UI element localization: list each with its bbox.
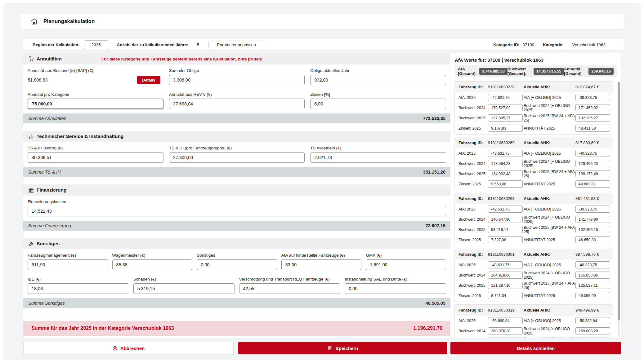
buchwert-2025-input[interactable] <box>488 282 523 289</box>
annutitaet-2025-input[interactable] <box>575 125 610 132</box>
buchwert-2024-obligo-input[interactable] <box>575 327 610 334</box>
obligo-aktuelles-jahr-input[interactable] <box>310 75 446 85</box>
afa-obligo-2025-input[interactable] <box>575 94 610 101</box>
cancel-circle-x-icon <box>112 346 118 351</box>
buchwert-2024-obligo-input[interactable] <box>575 216 610 223</box>
afa-hinterstellte-input[interactable] <box>281 259 362 270</box>
buchwert-2025-input[interactable] <box>488 338 523 338</box>
afa-2025-input[interactable] <box>488 206 523 213</box>
ibe-input[interactable] <box>28 283 129 294</box>
finanzierungskosten-input[interactable] <box>28 206 446 216</box>
buchwert-2025-bw-afa-input[interactable] <box>575 226 610 233</box>
row-label: Buchwert 2024 [+ OBLIGO 2025] <box>524 271 575 280</box>
buchwert-2024-input[interactable] <box>488 216 523 223</box>
annuitaet-pro-kategorie-input[interactable] <box>28 99 163 109</box>
vehicle-card-header: Fahrzeug ID: 918110630301 Aktuelle AHK: … <box>455 249 613 260</box>
afa-obligo-2025-input[interactable] <box>575 261 610 268</box>
afa-2025-input[interactable] <box>488 150 523 157</box>
wrench-icon <box>28 241 34 247</box>
afa-2025-input[interactable] <box>488 94 523 101</box>
category-id-value: 37100 <box>522 42 534 47</box>
afa-2025-input[interactable] <box>488 261 523 268</box>
vehicle-card: Fahrzeug ID: 918110630293 Aktuelle AHK: … <box>454 193 613 246</box>
afa-panel-scrollbar[interactable] <box>618 82 620 336</box>
details-button[interactable]: Details <box>137 76 160 84</box>
home-button[interactable] <box>30 17 38 26</box>
afa-obligo-2025-input[interactable] <box>575 206 610 213</box>
zinsen-2025-input[interactable] <box>488 236 523 243</box>
buchwert-2025-bw-afa-input[interactable] <box>575 114 610 122</box>
field-ts-ih-gruppe: TS & IH (pro Fahrzeuggruppe) (€) <box>169 144 305 163</box>
afa-2025-input[interactable] <box>488 317 523 324</box>
row-label: ANNUTITÄT 2025 <box>524 126 575 131</box>
vehicle-afa-row: AfA: 2025 AfA [+ OBLIGO] 2025 <box>455 260 613 270</box>
vehicle-card: Fahrzeug ID: 918110630269 Aktuelle AHK: … <box>454 137 613 190</box>
buchwert-2025-bw-afa-input[interactable] <box>575 338 610 338</box>
cancel-button[interactable]: Abbrechen <box>23 342 234 354</box>
ts-ih-gruppe-input[interactable] <box>169 152 305 163</box>
sum-label: Summe TS & IH <box>28 170 61 175</box>
wagenmeister-input[interactable] <box>112 259 193 270</box>
ts-ih-norm-input[interactable] <box>28 152 163 163</box>
buchwert-2024-input[interactable] <box>488 160 523 167</box>
annutitaet-2025-input[interactable] <box>575 292 610 299</box>
begin-label: Beginn der Kalkulation: <box>33 42 80 47</box>
field-instandhaltung-sae: Instandhaltung SAE und Dritte (€) <box>345 275 446 294</box>
zinsen-2025-input[interactable] <box>488 180 523 188</box>
ts-allgemein-input[interactable] <box>310 152 446 163</box>
begin-year-input[interactable] <box>84 40 108 49</box>
calculation-panel: Annuitäten Für diese Kategorie und Fahrz… <box>23 53 450 338</box>
field-annuitaet-bestand: Annutität aus Bestand (ø) [SAP] (€) 51.8… <box>28 66 163 85</box>
buchwert-2024-obligo-input[interactable] <box>575 160 610 167</box>
sammler-obligo-input[interactable] <box>169 75 305 85</box>
buchwert-2025-bw-afa-input[interactable] <box>575 282 610 289</box>
zinsen-2025-input[interactable] <box>488 125 523 132</box>
buchwert-total-group: Buchwert [Gesamt]: 14.357.816,55 <box>508 67 564 76</box>
row-label: Buchwert: 2024 <box>458 329 488 333</box>
vehicle-zinsen-row: Zinsen: 2025 ANNUTITÄT 2025 <box>455 235 613 245</box>
annuitaet-rev6-input[interactable] <box>169 99 305 109</box>
vehicle-id-value: 918110630293 <box>488 196 524 201</box>
row-label: ANNUTITÄT 2025 <box>524 182 575 186</box>
field-finanzierungskosten: Finanzierungskosten <box>28 197 446 216</box>
zinsen-2025-input[interactable] <box>488 292 523 299</box>
field-label: AfA auf hinterstellte Fahrzeuge (€) <box>281 253 362 258</box>
vehicle-ahk-value: 887.586,76 € <box>575 252 609 257</box>
vehicle-card-header: Fahrzeug ID: 918110630319 Aktuelle AHK: … <box>455 305 613 316</box>
sonstiges-input[interactable] <box>197 259 277 270</box>
gmk-input[interactable] <box>366 259 446 270</box>
fahrzeugmanagement-input[interactable] <box>28 259 108 270</box>
category-label: Kategorie: <box>543 42 564 47</box>
buchwert-2024-input[interactable] <box>488 104 523 111</box>
vehicle-buchwert25-row: Buchwert: 2025 Buchwert 2025 [BW 24 + AF… <box>455 280 613 290</box>
afa-obligo-2025-input[interactable] <box>575 317 610 324</box>
vehicle-id-value: 918110630269 <box>488 140 524 145</box>
verschrottung-input[interactable] <box>239 283 341 294</box>
buchwert-2024-input[interactable] <box>488 327 523 334</box>
buchwert-2025-bw-afa-input[interactable] <box>575 170 610 177</box>
row-label: Buchwert: 2024 <box>458 162 488 166</box>
row-label: Buchwert: 2025 <box>458 283 488 288</box>
buchwert-2024-input[interactable] <box>488 272 523 279</box>
buchwert-2025-input[interactable] <box>488 226 523 233</box>
buchwert-2025-input[interactable] <box>488 114 523 122</box>
row-label: ANNUTITÄT 2025 <box>524 238 575 242</box>
adjust-parameters-button[interactable]: Parameter anpassen <box>208 41 264 49</box>
buchwert-2025-input[interactable] <box>488 170 523 177</box>
buchwert-2024-obligo-input[interactable] <box>575 272 610 279</box>
annutitaet-2025-input[interactable] <box>575 236 610 243</box>
zinsen-input[interactable] <box>310 99 446 109</box>
sonstiges-row-1: Fahrzeugmanagement (€) Wagenmeister (€) … <box>23 249 450 273</box>
annutitaet-2025-input[interactable] <box>575 180 610 188</box>
vehicle-ahk-value: 949.496,99 € <box>575 308 609 312</box>
afa-obligo-2025-input[interactable] <box>575 150 610 157</box>
field-label: Instandhaltung SAE und Dritte (€) <box>345 277 446 281</box>
vehicle-ahk-label: Aktuelle AHK: <box>524 196 575 201</box>
save-button[interactable]: Speichern <box>238 342 447 354</box>
scrollbar-thumb[interactable] <box>618 82 620 321</box>
section-sonstiges-header: Sonstiges <box>23 238 450 249</box>
schaden-input[interactable] <box>133 283 235 294</box>
buchwert-2024-obligo-input[interactable] <box>575 104 610 111</box>
instandhaltung-sae-input[interactable] <box>345 283 446 294</box>
close-details-button[interactable]: Details schließen <box>450 342 621 354</box>
